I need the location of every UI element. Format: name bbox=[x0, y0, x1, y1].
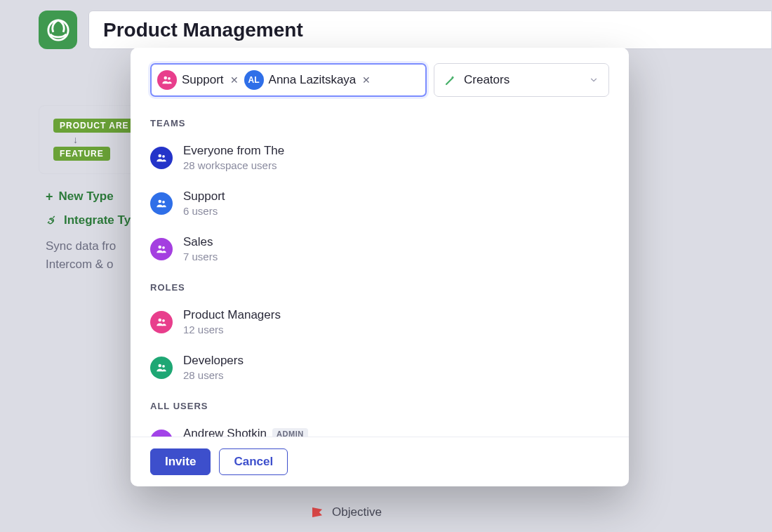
people-chip-input[interactable]: Support✕ALAnna Lazitskaya✕ bbox=[150, 63, 427, 97]
list-item[interactable]: Everyone from The28 workspace users bbox=[150, 138, 609, 184]
plug-icon bbox=[46, 214, 58, 227]
svg-point-4 bbox=[162, 154, 165, 157]
plus-icon: + bbox=[46, 190, 53, 203]
group-icon bbox=[150, 311, 173, 333]
list-item-subtitle: 6 users bbox=[183, 205, 225, 217]
svg-point-8 bbox=[162, 246, 165, 248]
list-item-title: Andrew Shotkin bbox=[183, 427, 267, 437]
section-label: ALL USERS bbox=[150, 401, 609, 411]
chevron-down-icon bbox=[589, 75, 599, 85]
chip[interactable]: Support✕ bbox=[157, 70, 240, 90]
list-item-subtitle: 7 users bbox=[183, 251, 218, 262]
list-item[interactable]: Developers28 users bbox=[150, 348, 609, 394]
svg-point-7 bbox=[159, 245, 162, 248]
invite-button[interactable]: Invite bbox=[150, 448, 211, 475]
avatar: AL bbox=[150, 430, 173, 437]
pill-feature[interactable]: FEATURE bbox=[53, 147, 110, 161]
svg-point-9 bbox=[159, 318, 162, 321]
list-item-subtitle: 12 users bbox=[183, 324, 281, 335]
flag-icon bbox=[312, 507, 322, 517]
group-icon bbox=[150, 357, 173, 379]
list-item-title: Developers bbox=[183, 354, 244, 368]
wand-icon bbox=[444, 74, 457, 86]
svg-point-1 bbox=[164, 77, 168, 80]
role-select-value: Creators bbox=[464, 73, 510, 87]
group-icon bbox=[150, 238, 173, 260]
list-item[interactable]: Product Managers12 users bbox=[150, 302, 609, 348]
svg-point-12 bbox=[162, 364, 165, 367]
svg-point-10 bbox=[162, 319, 165, 321]
list-item-subtitle: 28 users bbox=[183, 369, 244, 381]
section-label: ROLES bbox=[150, 282, 609, 293]
app-logo[interactable] bbox=[39, 11, 77, 49]
invite-modal: Support✕ALAnna Lazitskaya✕ Creators TEAM… bbox=[131, 48, 629, 486]
integrate-type-label: Integrate Typ bbox=[64, 213, 138, 227]
list-item[interactable]: Support6 users bbox=[150, 184, 609, 230]
group-icon bbox=[150, 147, 173, 169]
section-label: TEAMS bbox=[150, 118, 609, 128]
pill-product-area[interactable]: PRODUCT ARE bbox=[53, 119, 135, 133]
admin-badge: ADMIN bbox=[272, 428, 308, 437]
chip[interactable]: ALAnna Lazitskaya✕ bbox=[244, 70, 373, 90]
svg-point-5 bbox=[159, 199, 162, 203]
group-icon bbox=[150, 192, 173, 215]
group-icon bbox=[157, 70, 177, 90]
chip-label: Support bbox=[182, 73, 224, 87]
list-item[interactable]: ALAndrew ShotkinADMINshotkin@fibery.io bbox=[150, 421, 609, 437]
volleyball-icon bbox=[46, 18, 70, 42]
svg-point-11 bbox=[159, 364, 162, 367]
svg-point-6 bbox=[162, 200, 165, 203]
integrate-desc: Sync data fro Intercom & o bbox=[46, 237, 138, 273]
cancel-button[interactable]: Cancel bbox=[219, 448, 288, 475]
list-item-subtitle: 28 workspace users bbox=[183, 159, 284, 171]
avatar: AL bbox=[244, 70, 264, 90]
list-item-title: Product Managers bbox=[183, 308, 281, 322]
objective-row[interactable]: Objective bbox=[312, 505, 382, 519]
list-item-title: Everyone from The bbox=[183, 144, 284, 158]
list-item-title: Support bbox=[183, 189, 225, 204]
role-select[interactable]: Creators bbox=[434, 63, 609, 97]
chip-remove-icon[interactable]: ✕ bbox=[361, 73, 372, 87]
integrate-type-button[interactable]: Integrate Typ bbox=[46, 213, 138, 227]
objective-label: Objective bbox=[332, 505, 382, 519]
page-title-input[interactable] bbox=[88, 11, 772, 49]
new-type-button[interactable]: + New Type bbox=[46, 189, 138, 204]
chip-remove-icon[interactable]: ✕ bbox=[229, 73, 240, 87]
svg-point-3 bbox=[159, 154, 162, 157]
chip-label: Anna Lazitskaya bbox=[269, 73, 357, 87]
svg-point-2 bbox=[168, 77, 171, 80]
new-type-label: New Type bbox=[59, 189, 114, 204]
list-item-title: Sales bbox=[183, 235, 213, 249]
people-list[interactable]: TEAMSEveryone from The28 workspace users… bbox=[131, 97, 629, 437]
list-item[interactable]: Sales7 users bbox=[150, 230, 609, 275]
